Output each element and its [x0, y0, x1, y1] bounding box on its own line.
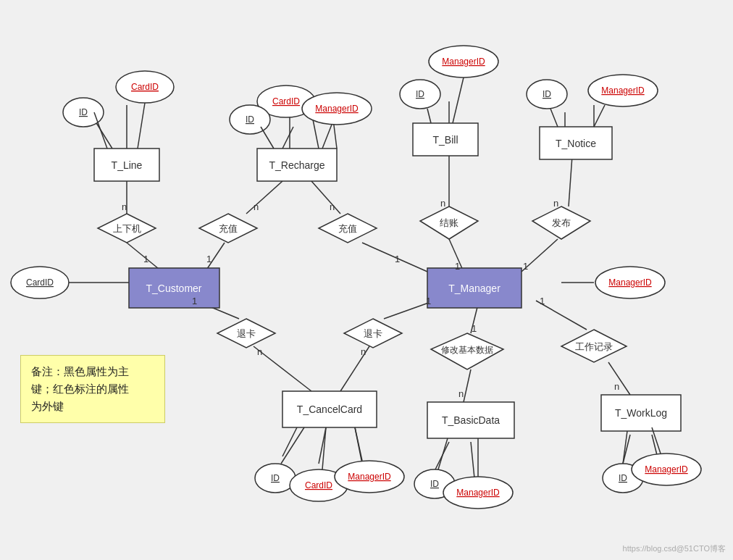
- watermark: https://blog.csd@51CTO博客: [623, 543, 726, 554]
- attr-t-recharge-cardid-label: CardID: [272, 96, 300, 106]
- legend-note: 备注：黑色属性为主键；红色标注的属性为外键: [20, 355, 165, 423]
- attr-t-cancelcard-id-label: ID: [271, 473, 280, 483]
- card-jiezhang-n: n: [440, 198, 445, 209]
- attr-t-cancelcard-managerid-label: ManagerID: [348, 472, 391, 482]
- card-shangxiaji-1: 1: [143, 254, 148, 264]
- entity-t-notice-label: T_Notice: [556, 138, 596, 149]
- card-tuika-left-n: n: [257, 346, 262, 357]
- card-chongzhi-right-1: 1: [395, 254, 400, 264]
- entity-t-cancelcard-label: T_CancelCard: [297, 404, 362, 415]
- entity-t-recharge-label: T_Recharge: [269, 159, 324, 171]
- card-chongzhi-left-1: 1: [206, 254, 211, 264]
- entity-t-customer-label: T_Customer: [146, 283, 201, 294]
- attr-t-bill-id-label: ID: [416, 89, 424, 99]
- attr-t-notice-managerid-label: ManagerID: [601, 85, 645, 96]
- rel-jiezhang-label: 结账: [440, 217, 458, 228]
- card-chongzhi-right-n: n: [330, 201, 335, 212]
- entity-t-manager-label: T_Manager: [448, 283, 500, 294]
- entity-t-worklog-label: T_WorkLog: [615, 407, 667, 419]
- card-gongzuo-n: n: [614, 381, 619, 392]
- attr-t-bill-managerid-label: ManagerID: [442, 57, 485, 67]
- card-fabu-n: n: [553, 198, 558, 209]
- attr-t-worklog-managerid-label: ManagerID: [645, 464, 688, 475]
- entity-t-bill-label: T_Bill: [432, 134, 458, 146]
- note-text: 备注：黑色属性为主键；红色标注的属性为外键: [31, 365, 129, 412]
- entity-t-line-label: T_Line: [112, 159, 143, 171]
- rel-chongzhi-left-label: 充值: [219, 223, 238, 234]
- rel-tuika-right-label: 退卡: [364, 328, 382, 339]
- attr-t-recharge-id-label: ID: [246, 114, 254, 125]
- rel-gongzuo-label: 工作记录: [575, 341, 613, 352]
- card-gongzuo-1: 1: [540, 296, 545, 306]
- er-diagram: T_Line T_Recharge T_Bill T_Notice T_Cust…: [0, 0, 733, 560]
- card-tuika-right-1: 1: [426, 296, 431, 306]
- attr-t-customer-cardid-label: CardID: [26, 277, 54, 288]
- attr-t-notice-id-label: ID: [543, 89, 551, 99]
- attr-t-basicdata-id-label: ID: [430, 479, 439, 489]
- card-tuika-right-n: n: [361, 346, 366, 357]
- rel-tuika-left-label: 退卡: [237, 328, 256, 339]
- card-chongzhi-left-n: n: [254, 201, 259, 212]
- attr-t-worklog-id-label: ID: [619, 473, 627, 483]
- rel-shangxiaji-label: 上下机: [113, 223, 141, 234]
- entity-t-basicdata-label: T_BasicData: [442, 414, 500, 426]
- card-tuika-left-1: 1: [192, 296, 197, 306]
- attr-t-manager-managerid-label: ManagerID: [608, 277, 652, 288]
- card-jiezhang-1: 1: [455, 261, 460, 272]
- attr-t-basicdata-managerid-label: ManagerID: [456, 488, 500, 498]
- rel-xiugai-label: 修改基本数据: [441, 345, 493, 355]
- card-xiugai-n: n: [458, 388, 464, 399]
- rel-fabu-label: 发布: [552, 217, 571, 228]
- attr-t-line-cardid-label: CardID: [131, 82, 159, 92]
- card-xiugai-1: 1: [472, 323, 477, 334]
- card-fabu-1: 1: [523, 261, 528, 272]
- attr-t-recharge-managerid-label: ManagerID: [315, 104, 359, 114]
- card-shangxiaji-n: n: [122, 201, 127, 212]
- rel-chongzhi-right-label: 充值: [338, 223, 357, 234]
- attr-t-cancelcard-cardid-label: CardID: [305, 480, 332, 490]
- attr-t-line-id-label: ID: [79, 107, 88, 117]
